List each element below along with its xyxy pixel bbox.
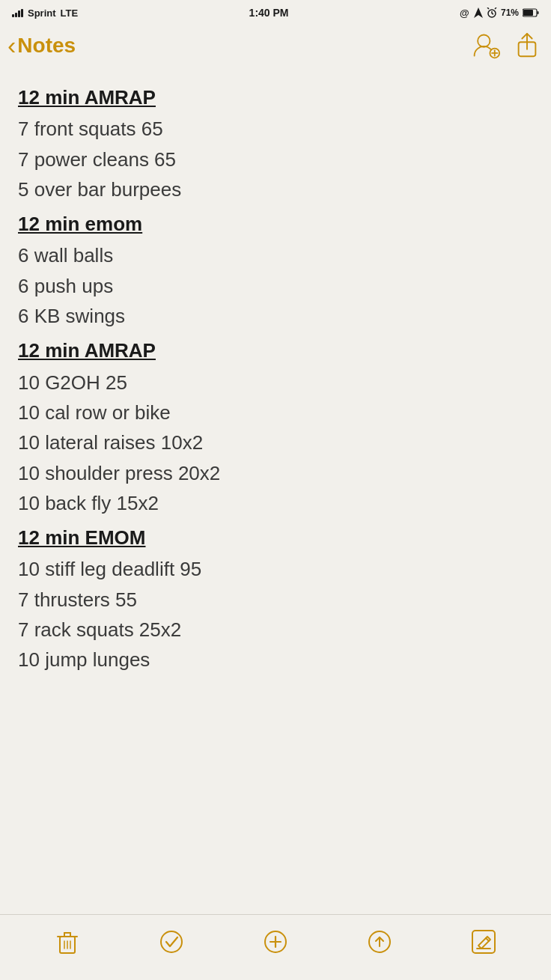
svg-point-24 — [161, 931, 182, 952]
workout-line-2-2: 10 lateral raises 10x2 — [18, 427, 533, 457]
bottom-toolbar — [0, 914, 551, 980]
signal-bars-icon — [12, 9, 23, 17]
svg-rect-9 — [537, 11, 538, 14]
alarm-icon — [487, 7, 497, 18]
workout-line-0-0: 7 front squats 65 — [18, 114, 533, 144]
workout-line-3-3: 10 jump lunges — [18, 645, 533, 675]
workout-line-2-1: 10 cal row or bike — [18, 398, 533, 427]
workout-line-0-1: 7 power cleans 65 — [18, 144, 533, 174]
back-label: Notes — [17, 34, 76, 58]
battery-icon — [523, 8, 539, 17]
section-header-3: 12 min EMOM — [18, 523, 533, 553]
svg-rect-30 — [472, 931, 495, 953]
edit-button[interactable] — [465, 923, 502, 961]
status-right: @ 71% — [460, 7, 539, 18]
workout-line-1-2: 6 KB swings — [18, 301, 533, 331]
workout-line-1-1: 6 push ups — [18, 271, 533, 301]
svg-line-6 — [495, 7, 496, 9]
back-chevron-icon: ‹ — [7, 31, 16, 60]
network-type-label: LTE — [61, 7, 79, 19]
battery-label: 71% — [501, 7, 519, 18]
status-left: Sprint LTE — [12, 7, 78, 19]
at-icon: @ — [460, 7, 470, 18]
share-arrow-button[interactable] — [361, 923, 398, 961]
workout-line-0-2: 5 over bar burpees — [18, 174, 533, 204]
section-header-2: 12 min AMRAP — [18, 335, 533, 365]
svg-marker-1 — [474, 7, 483, 18]
status-bar: Sprint LTE 1:40 PM @ 71% — [0, 0, 551, 24]
workout-line-2-0: 10 G2OH 25 — [18, 368, 533, 398]
back-button[interactable]: ‹ Notes — [7, 32, 76, 60]
svg-line-5 — [487, 7, 489, 9]
plus-button[interactable] — [257, 923, 294, 961]
carrier-label: Sprint — [28, 7, 56, 19]
workout-line-2-3: 10 shoulder press 20x2 — [18, 458, 533, 488]
status-time: 1:40 PM — [249, 7, 289, 19]
nav-bar: ‹ Notes — [0, 24, 551, 70]
nav-icons — [472, 31, 539, 60]
workout-line-1-0: 6 wall balls — [18, 240, 533, 270]
trash-button[interactable] — [49, 923, 86, 961]
section-header-0: 12 min AMRAP — [18, 82, 533, 112]
workout-line-3-0: 10 stiff leg deadlift 95 — [18, 554, 533, 584]
svg-point-10 — [478, 35, 490, 47]
workout-line-3-2: 7 rack squats 25x2 — [18, 615, 533, 645]
workout-line-3-1: 7 thrusters 55 — [18, 585, 533, 615]
checkmark-button[interactable] — [153, 923, 190, 961]
note-content: 12 min AMRAP7 front squats 657 power cle… — [0, 70, 551, 750]
svg-rect-8 — [523, 10, 533, 16]
share-icon[interactable] — [515, 32, 539, 59]
section-header-1: 12 min emom — [18, 209, 533, 239]
svg-text:@: @ — [460, 7, 469, 18]
svg-line-4 — [492, 13, 493, 14]
workout-line-2-4: 10 back fly 15x2 — [18, 488, 533, 518]
add-person-icon[interactable] — [472, 31, 500, 60]
location-icon — [474, 7, 483, 18]
